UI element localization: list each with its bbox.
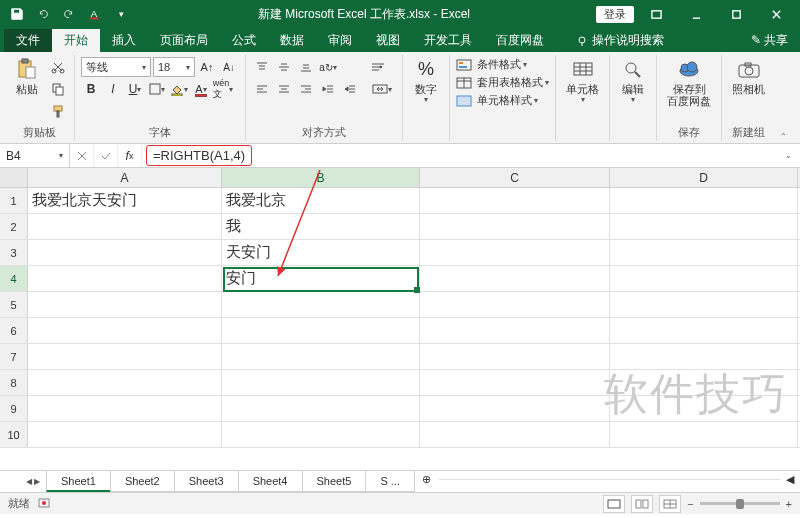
- wrap-text-icon[interactable]: [368, 57, 390, 77]
- cancel-formula-icon[interactable]: [70, 144, 94, 167]
- sheet-tab-sheet3[interactable]: Sheet3: [174, 471, 239, 492]
- column-header-D[interactable]: D: [610, 168, 798, 187]
- cell-C2[interactable]: [420, 214, 610, 239]
- enter-formula-icon[interactable]: [94, 144, 118, 167]
- tell-me-search[interactable]: 操作说明搜索: [564, 29, 676, 52]
- column-header-A[interactable]: A: [28, 168, 222, 187]
- tab-file[interactable]: 文件: [4, 29, 52, 52]
- cell-B5[interactable]: [222, 292, 420, 317]
- sheet-tab-sheet1[interactable]: Sheet1: [46, 471, 111, 492]
- cell-C7[interactable]: [420, 344, 610, 369]
- cell-B2[interactable]: 我: [222, 214, 420, 239]
- row-header-6[interactable]: 6: [0, 318, 28, 343]
- underline-icon[interactable]: U▾: [125, 79, 145, 99]
- tab-view[interactable]: 视图: [364, 29, 412, 52]
- paste-button[interactable]: 粘贴: [10, 55, 44, 97]
- zoom-in-icon[interactable]: +: [786, 498, 792, 510]
- tab-review[interactable]: 审阅: [316, 29, 364, 52]
- column-header-C[interactable]: C: [420, 168, 610, 187]
- row-header-7[interactable]: 7: [0, 344, 28, 369]
- conditional-format-button[interactable]: 条件格式▾: [456, 57, 549, 72]
- sheet-nav-prev-icon[interactable]: ◀: [26, 477, 32, 486]
- save-to-baidu-button[interactable]: 保存到 百度网盘: [663, 55, 715, 109]
- cell-styles-button[interactable]: 单元格样式▾: [456, 93, 549, 108]
- cell-C9[interactable]: [420, 396, 610, 421]
- cell-D9[interactable]: [610, 396, 798, 421]
- camera-button[interactable]: 照相机: [728, 55, 769, 97]
- sheet-nav-next-icon[interactable]: ▶: [34, 477, 40, 486]
- row-header-2[interactable]: 2: [0, 214, 28, 239]
- format-painter-icon[interactable]: [48, 101, 68, 121]
- decrease-indent-icon[interactable]: [318, 79, 338, 99]
- sheet-scroll-left-icon[interactable]: ◀: [780, 471, 800, 492]
- cell-D2[interactable]: [610, 214, 798, 239]
- align-middle-icon[interactable]: [274, 57, 294, 77]
- qat-dropdown-icon[interactable]: ▾: [110, 3, 132, 25]
- insert-function-icon[interactable]: fx: [118, 144, 142, 167]
- cell-C6[interactable]: [420, 318, 610, 343]
- italic-icon[interactable]: I: [103, 79, 123, 99]
- tab-page-layout[interactable]: 页面布局: [148, 29, 220, 52]
- fill-color-icon[interactable]: ▾: [169, 79, 189, 99]
- row-header-3[interactable]: 3: [0, 240, 28, 265]
- font-color-icon[interactable]: A▾: [191, 79, 211, 99]
- sheet-more-indicator[interactable]: S ...: [365, 471, 415, 492]
- undo-icon[interactable]: [32, 3, 54, 25]
- tab-insert[interactable]: 插入: [100, 29, 148, 52]
- cell-A2[interactable]: [28, 214, 222, 239]
- cells-button[interactable]: 单元格▾: [562, 55, 603, 106]
- cell-A4[interactable]: [28, 266, 222, 291]
- font-color-icon[interactable]: A: [84, 3, 106, 25]
- cell-A8[interactable]: [28, 370, 222, 395]
- cell-C4[interactable]: [420, 266, 610, 291]
- tab-baidu[interactable]: 百度网盘: [484, 29, 556, 52]
- sheet-tab-sheet5[interactable]: Sheet5: [302, 471, 367, 492]
- cell-B7[interactable]: [222, 344, 420, 369]
- font-name-dropdown[interactable]: 等线▾: [81, 57, 151, 77]
- minimize-icon[interactable]: [678, 2, 714, 26]
- tab-developer[interactable]: 开发工具: [412, 29, 484, 52]
- merge-center-icon[interactable]: ▾: [368, 79, 396, 99]
- cell-D4[interactable]: [610, 266, 798, 291]
- cell-A7[interactable]: [28, 344, 222, 369]
- formula-input[interactable]: =RIGHTB(A1,4): [146, 145, 252, 166]
- select-all-corner[interactable]: [0, 168, 28, 187]
- page-break-view-icon[interactable]: [659, 495, 681, 513]
- cell-B3[interactable]: 天安门: [222, 240, 420, 265]
- bold-icon[interactable]: B: [81, 79, 101, 99]
- align-left-icon[interactable]: [252, 79, 272, 99]
- worksheet-grid[interactable]: ABCD 1我爱北京天安门我爱北京2我3天安门4安门5678910 软件技巧: [0, 168, 800, 470]
- orientation-icon[interactable]: a↻▾: [318, 57, 338, 77]
- cell-A6[interactable]: [28, 318, 222, 343]
- maximize-icon[interactable]: [718, 2, 754, 26]
- cell-C3[interactable]: [420, 240, 610, 265]
- border-icon[interactable]: ▾: [147, 79, 167, 99]
- cut-icon[interactable]: [48, 57, 68, 77]
- row-header-8[interactable]: 8: [0, 370, 28, 395]
- cell-A1[interactable]: 我爱北京天安门: [28, 188, 222, 213]
- tab-formulas[interactable]: 公式: [220, 29, 268, 52]
- column-header-B[interactable]: B: [222, 168, 420, 187]
- cell-B4[interactable]: 安门: [222, 266, 420, 291]
- copy-icon[interactable]: [48, 79, 68, 99]
- page-layout-view-icon[interactable]: [631, 495, 653, 513]
- new-sheet-icon[interactable]: ⊕: [414, 471, 439, 492]
- macro-record-icon[interactable]: [38, 497, 50, 511]
- font-size-dropdown[interactable]: 18▾: [153, 57, 195, 77]
- cell-B10[interactable]: [222, 422, 420, 447]
- cell-A9[interactable]: [28, 396, 222, 421]
- cell-B1[interactable]: 我爱北京: [222, 188, 420, 213]
- align-bottom-icon[interactable]: [296, 57, 316, 77]
- row-header-1[interactable]: 1: [0, 188, 28, 213]
- cell-D7[interactable]: [610, 344, 798, 369]
- editing-button[interactable]: 编辑▾: [616, 55, 650, 106]
- decrease-font-icon[interactable]: A↓: [219, 57, 239, 77]
- normal-view-icon[interactable]: [603, 495, 625, 513]
- row-header-5[interactable]: 5: [0, 292, 28, 317]
- collapse-ribbon-icon[interactable]: ⌃: [775, 55, 791, 141]
- cell-D3[interactable]: [610, 240, 798, 265]
- close-icon[interactable]: [758, 2, 794, 26]
- cell-C5[interactable]: [420, 292, 610, 317]
- cell-D5[interactable]: [610, 292, 798, 317]
- zoom-slider[interactable]: [700, 502, 780, 505]
